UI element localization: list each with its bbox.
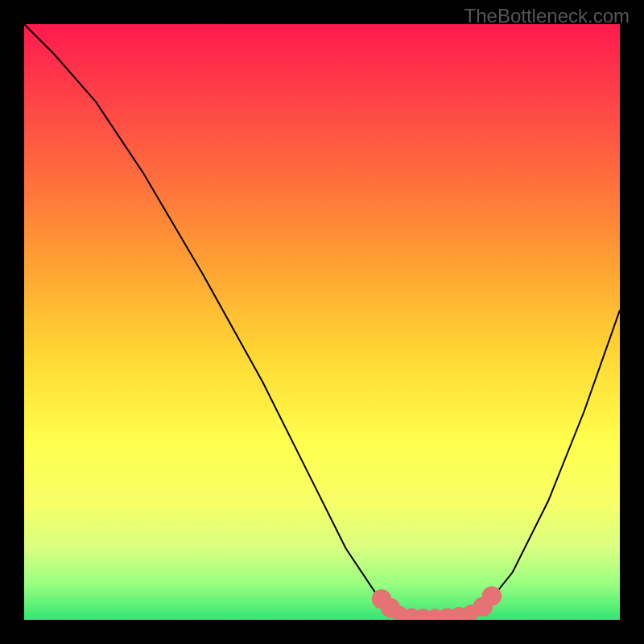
chart-svg <box>24 24 620 620</box>
optimal-range-markers <box>372 586 502 620</box>
watermark-text: TheBottleneck.com <box>464 5 630 27</box>
marker-point <box>482 586 502 605</box>
plot-area <box>24 24 620 620</box>
bottleneck-curve <box>24 24 620 617</box>
